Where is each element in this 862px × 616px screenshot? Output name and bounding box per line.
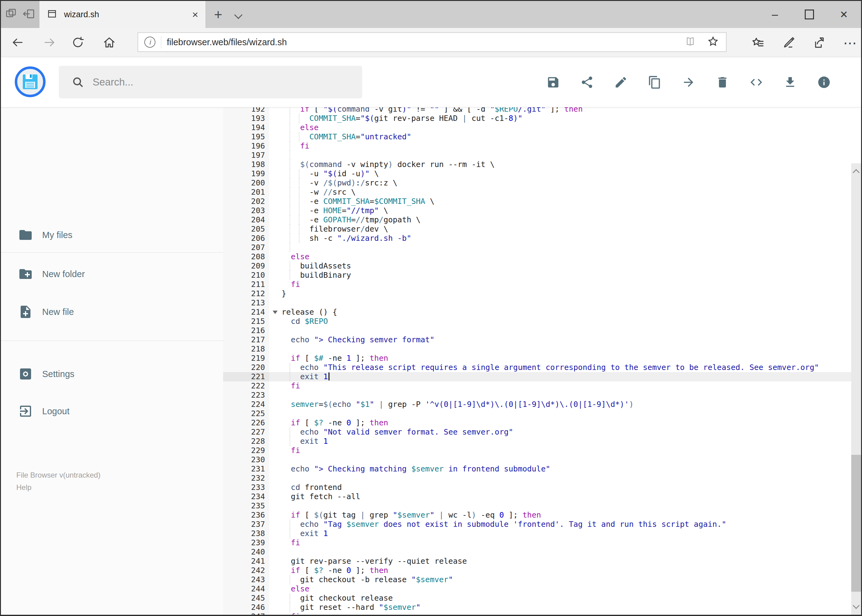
code-line[interactable]: 211 fi [223, 280, 861, 289]
code-line[interactable]: 204 -e GOPATH=//tmp/gopath \ [223, 215, 861, 225]
code-text[interactable]: else [269, 584, 861, 594]
code-text[interactable]: git fetch --all [269, 492, 861, 501]
code-line[interactable]: 227 echo "Not valid semver format. See s… [223, 427, 861, 437]
code-line[interactable]: 232 [223, 474, 861, 483]
copy-icon[interactable] [648, 75, 662, 89]
code-line[interactable]: 219 if [ $# -ne 1 ]; then [223, 354, 861, 363]
code-text[interactable]: fi [269, 381, 861, 391]
code-icon[interactable] [749, 75, 763, 89]
code-line[interactable]: 233 cd frontend [223, 483, 861, 492]
code-line[interactable]: 192 if [ "$(command -v git)" != "" ] && … [223, 107, 861, 114]
code-line[interactable]: 240 [223, 547, 861, 557]
share-icon[interactable] [580, 75, 594, 89]
code-line[interactable]: 228 exit 1 [223, 437, 861, 446]
code-line[interactable]: 237 echo "Tag $semver does not exist in … [223, 520, 861, 529]
code-text[interactable]: echo "Tag $semver does not exist in subm… [269, 520, 861, 529]
code-text[interactable] [269, 344, 861, 354]
code-line[interactable]: 220 echo "This release script requires a… [223, 363, 861, 372]
code-text[interactable]: -e HOME="//tmp" \ [269, 206, 861, 215]
code-line[interactable]: 214release () { [223, 308, 861, 317]
code-text[interactable] [269, 474, 861, 483]
sidebar-item-logout[interactable]: Logout [1, 402, 223, 420]
code-line[interactable]: 216 [223, 326, 861, 335]
info-icon[interactable] [817, 75, 831, 89]
download-icon[interactable] [783, 75, 797, 89]
tab-close-icon[interactable]: × [192, 9, 198, 20]
code-text[interactable]: git checkout -b release "$semver" [269, 575, 861, 584]
maximize-button[interactable] [792, 1, 827, 28]
code-text[interactable] [269, 326, 861, 335]
code-text[interactable]: filebrowser/dev \ [269, 225, 861, 234]
code-line[interactable]: 225 [223, 409, 861, 418]
minimize-button[interactable]: – [758, 1, 792, 28]
file-browser-logo[interactable] [15, 66, 46, 97]
code-text[interactable] [269, 298, 861, 308]
code-line[interactable]: 206 sh -c "./wizard.sh -b" [223, 234, 861, 243]
code-line[interactable]: 234 git fetch --all [223, 492, 861, 501]
code-line[interactable]: 224 semver=$(echo "$1" | grep -P '^v(0|[… [223, 400, 861, 409]
code-text[interactable]: git rev-parse --verify --quiet release [269, 557, 861, 566]
code-line[interactable]: 229 fi [223, 446, 861, 455]
code-line[interactable]: 215 cd $REPO [223, 317, 861, 326]
code-line[interactable]: 201 -w //src \ [223, 188, 861, 197]
url-bar[interactable]: i filebrowser.web/files/wizard.sh [137, 32, 726, 52]
code-text[interactable]: if [ "$(command -v git)" != "" ] && [ -d… [269, 107, 861, 114]
code-editor[interactable]: 192 if [ "$(command -v git)" != "" ] && … [223, 107, 861, 615]
code-text[interactable] [269, 151, 861, 160]
code-line[interactable]: 247 fi [223, 612, 861, 615]
code-line[interactable]: 217 echo "> Checking semver format" [223, 335, 861, 344]
code-line[interactable]: 236 if [ $(git tag | grep "$semver" | wc… [223, 511, 861, 520]
page-scrollbar[interactable] [851, 163, 861, 615]
code-text[interactable]: fi [269, 141, 861, 151]
code-text[interactable]: -u "$(id -u)" \ [269, 169, 861, 178]
code-text[interactable]: cd frontend [269, 483, 861, 492]
edit-icon[interactable] [614, 75, 628, 89]
code-line[interactable]: 242 if [ $? -ne 0 ]; then [223, 566, 861, 575]
code-text[interactable]: if [ $(git tag | grep "$semver" | wc -l)… [269, 511, 861, 520]
code-line[interactable]: 212} [223, 289, 861, 298]
code-line[interactable]: 200 -v /$(pwd):/src:z \ [223, 178, 861, 188]
code-text[interactable]: COMMIT_SHA="$(git rev-parse HEAD | cut -… [269, 114, 861, 123]
code-line[interactable]: 193 COMMIT_SHA="$(git rev-parse HEAD | c… [223, 114, 861, 123]
code-line[interactable]: 241 git rev-parse --verify --quiet relea… [223, 557, 861, 566]
code-text[interactable]: else [269, 123, 861, 132]
code-line[interactable]: 213 [223, 298, 861, 308]
favorite-star-icon[interactable] [707, 35, 719, 49]
code-text[interactable]: -e COMMIT_SHA=$COMMIT_SHA \ [269, 197, 861, 206]
code-text[interactable]: echo "This release script requires a sin… [269, 363, 861, 372]
code-line[interactable]: 223 [223, 391, 861, 400]
code-line[interactable]: 226 if [ $? -ne 0 ]; then [223, 418, 861, 427]
code-line[interactable]: 207 [223, 243, 861, 252]
tab-previews-icon[interactable] [5, 7, 18, 22]
code-text[interactable]: release () { [269, 308, 861, 317]
refresh-icon[interactable] [71, 36, 85, 49]
move-icon[interactable] [681, 75, 695, 89]
code-text[interactable]: fi [269, 612, 861, 615]
code-line[interactable]: 197 [223, 151, 861, 160]
code-text[interactable]: echo "> Checking matching $semver in fro… [269, 464, 861, 474]
code-text[interactable]: } [269, 289, 861, 298]
tab-list-chevron-icon[interactable] [234, 11, 243, 19]
code-text[interactable]: exit 1 [269, 437, 861, 446]
sidebar-item-new-folder[interactable]: New folder [1, 265, 223, 283]
code-line[interactable]: 238 exit 1 [223, 529, 861, 538]
code-line[interactable]: 245 git checkout release [223, 594, 861, 603]
forward-icon[interactable] [43, 36, 56, 49]
code-text[interactable] [269, 455, 861, 464]
code-line[interactable]: 230 [223, 455, 861, 464]
code-line[interactable]: 235 [223, 501, 861, 511]
close-button[interactable]: × [827, 1, 861, 28]
code-text[interactable]: buildAssets [269, 261, 861, 270]
share-icon[interactable] [812, 36, 827, 50]
code-line[interactable]: 239 fi [223, 538, 861, 547]
code-text[interactable]: cd $REPO [269, 317, 861, 326]
code-text[interactable]: git reset --hard "$semver" [269, 603, 861, 612]
code-line[interactable]: 243 git checkout -b release "$semver" [223, 575, 861, 584]
code-text[interactable]: echo "> Checking semver format" [269, 335, 861, 344]
code-text[interactable] [269, 391, 861, 400]
code-line[interactable]: 195 COMMIT_SHA="untracked" [223, 132, 861, 141]
code-line[interactable]: 194 else [223, 123, 861, 132]
code-text[interactable]: -w //src \ [269, 188, 861, 197]
set-tabs-aside-icon[interactable] [22, 7, 35, 22]
code-line[interactable]: 203 -e HOME="//tmp" \ [223, 206, 861, 215]
